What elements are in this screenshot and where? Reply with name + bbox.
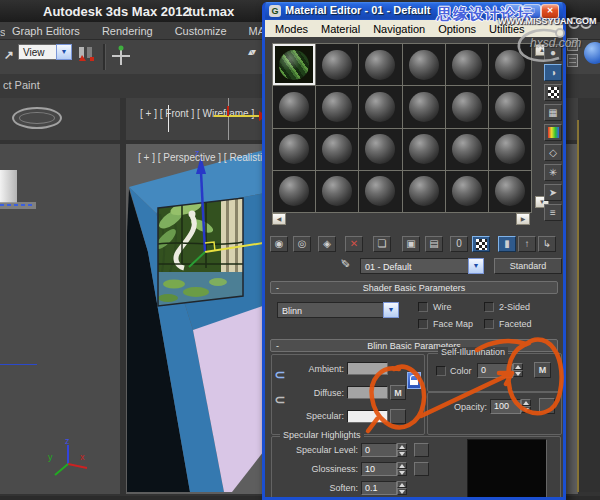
sample-slot[interactable]: [273, 171, 315, 212]
diffuse-color-swatch[interactable]: [347, 386, 388, 399]
sample-slot[interactable]: [489, 129, 531, 170]
generate-preview-button[interactable]: ◇: [544, 144, 562, 161]
chevron-down-icon[interactable]: ▼: [468, 258, 484, 274]
main-menu-item-1[interactable]: Rendering: [102, 25, 153, 37]
face-map-checkbox[interactable]: [418, 319, 428, 329]
scroll-right-button[interactable]: ▶: [516, 213, 530, 225]
soften-spinner[interactable]: [397, 481, 407, 496]
ambient-diffuse-lock-button[interactable]: [407, 372, 421, 389]
mirror-icon[interactable]: [77, 45, 97, 67]
lock-clamp-icon[interactable]: ⊂: [273, 366, 287, 384]
sample-slot[interactable]: [446, 171, 488, 212]
make-unique-button[interactable]: ▣: [402, 236, 420, 252]
sample-slot[interactable]: [273, 44, 315, 85]
sample-slot[interactable]: [403, 129, 445, 170]
front-viewport-label[interactable]: [ + ] [ Front ] [ Wireframe ]: [140, 108, 254, 119]
sample-slot[interactable]: [316, 129, 358, 170]
reference-coordsys-dropdown[interactable]: View ▼: [18, 44, 72, 60]
me-menu-item-0[interactable]: Modes: [275, 23, 308, 35]
chevron-down-icon[interactable]: ▼: [56, 44, 72, 60]
sample-slot[interactable]: [446, 86, 488, 127]
sample-slot[interactable]: [359, 44, 401, 85]
opacity-spinner[interactable]: [521, 399, 531, 414]
scroll-left-button[interactable]: ◀: [272, 213, 286, 225]
select-arrow-icon[interactable]: ↗: [4, 48, 14, 62]
specular-level-field[interactable]: 0: [361, 443, 397, 457]
material-name-dropdown[interactable]: 01 - Default ▼: [360, 258, 484, 274]
assign-material-to-selection-button[interactable]: ◈: [318, 236, 336, 252]
faceted-checkbox[interactable]: [484, 319, 494, 329]
reset-map-button[interactable]: ✕: [345, 236, 363, 252]
shader-rollout-header[interactable]: - Shader Basic Parameters: [270, 281, 558, 294]
opacity-map-button[interactable]: [539, 398, 555, 414]
sample-slot[interactable]: [316, 86, 358, 127]
specular-level-spinner[interactable]: [397, 443, 407, 458]
self-illum-map-button[interactable]: M: [534, 362, 551, 378]
me-menu-item-3[interactable]: Options: [438, 23, 476, 35]
perspective-viewport-label[interactable]: [ + ] [ Perspective ] [ Realistic ]: [138, 152, 273, 163]
lock-clamp-icon[interactable]: ⊂: [273, 391, 287, 409]
two-sided-checkbox[interactable]: [484, 302, 494, 312]
self-illum-value-field[interactable]: 0: [477, 363, 513, 378]
sample-slot[interactable]: [489, 171, 531, 212]
video-color-check-button[interactable]: [544, 124, 562, 141]
options-button[interactable]: ✳: [544, 164, 562, 181]
move-gizmo-icon[interactable]: [110, 44, 132, 72]
sample-slot[interactable]: [359, 86, 401, 127]
show-end-result-button[interactable]: ▮: [498, 236, 516, 252]
select-by-material-button[interactable]: ➤: [544, 184, 562, 201]
shader-type-dropdown[interactable]: Blinn ▼: [277, 302, 399, 318]
chevron-down-icon[interactable]: ▼: [383, 302, 399, 318]
backlight-button[interactable]: ◑: [544, 64, 562, 81]
background-button[interactable]: [544, 84, 562, 101]
sample-uv-tiling-button[interactable]: ▦: [544, 104, 562, 121]
main-menu-item-2[interactable]: Customize: [175, 25, 227, 37]
diffuse-map-button[interactable]: M: [390, 385, 406, 400]
viewport-sliver-top[interactable]: [0, 98, 120, 140]
spinner-snap-icon[interactable]: ▴▾: [248, 46, 254, 57]
put-to-library-button[interactable]: ▤: [425, 236, 443, 252]
collapse-icon[interactable]: -: [276, 340, 279, 352]
main-menu-item-0[interactable]: Graph Editors: [12, 25, 80, 37]
gizmo-x-axis[interactable]: [214, 115, 259, 117]
sample-slot[interactable]: [446, 129, 488, 170]
opacity-value-field[interactable]: 100: [490, 399, 521, 414]
list-icon[interactable]: [567, 54, 578, 67]
make-material-copy-button[interactable]: ❏: [373, 236, 391, 252]
glossiness-map-button[interactable]: [414, 462, 429, 476]
pick-material-eyedropper-icon[interactable]: ✐: [340, 257, 350, 271]
sample-slot[interactable]: [359, 171, 401, 212]
render-orb-icon[interactable]: [584, 42, 600, 64]
me-menu-item-2[interactable]: Navigation: [373, 23, 425, 35]
me-menu-item-1[interactable]: Material: [321, 23, 360, 35]
go-to-parent-button[interactable]: ↑: [518, 236, 536, 252]
self-illum-color-checkbox[interactable]: [436, 366, 446, 376]
sample-slot[interactable]: [446, 44, 488, 85]
sample-slot[interactable]: [273, 129, 315, 170]
show-map-in-viewport-button[interactable]: [472, 236, 490, 252]
wire-checkbox[interactable]: [418, 302, 428, 312]
material-id-channel-button[interactable]: 0: [450, 236, 468, 252]
material-type-button[interactable]: Standard: [494, 258, 562, 274]
ribbon-tab-object-paint[interactable]: ct Paint: [3, 79, 40, 91]
sample-slot[interactable]: [403, 86, 445, 127]
get-material-button[interactable]: ◉: [270, 236, 288, 252]
specular-map-button[interactable]: [390, 409, 406, 424]
viewport-divider[interactable]: [577, 120, 579, 492]
specular-level-map-button[interactable]: [414, 443, 429, 457]
self-illum-spinner[interactable]: [513, 363, 523, 378]
material-map-navigator-button[interactable]: ≡: [544, 204, 562, 221]
sample-slot[interactable]: [316, 171, 358, 212]
soften-field[interactable]: 0.1: [361, 481, 397, 495]
sample-slot[interactable]: [489, 44, 531, 85]
glossiness-field[interactable]: 10: [361, 462, 397, 476]
sample-slot[interactable]: [359, 129, 401, 170]
viewport-sliver-left[interactable]: z x y: [0, 144, 120, 494]
glossiness-spinner[interactable]: [397, 462, 407, 477]
ambient-color-swatch[interactable]: [347, 362, 388, 375]
put-material-to-scene-button[interactable]: ◎: [293, 236, 311, 252]
collapse-icon[interactable]: -: [276, 282, 279, 294]
sample-slot[interactable]: [316, 44, 358, 85]
go-forward-to-sibling-button[interactable]: ↳: [538, 236, 556, 252]
sample-slot[interactable]: [489, 86, 531, 127]
